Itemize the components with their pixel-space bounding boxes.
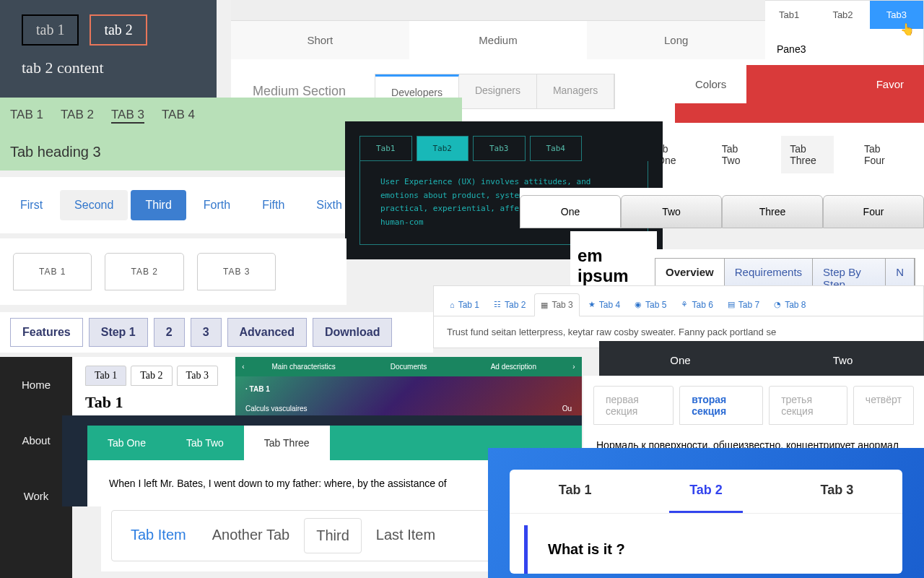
home-icon: ⌂ [450,301,455,309]
tab-5[interactable]: ◉Tab 5 [629,293,672,316]
tab-8[interactable]: ◔Tab 8 [768,293,811,316]
tab-two[interactable]: Tab Two [166,426,244,460]
nav-home[interactable]: Home [0,357,72,413]
tab-ad[interactable]: Ad description [461,357,566,376]
panel-blue-card-tabs: Tab 1 Tab 2 Tab 3 What is it ? [488,448,924,578]
row-label: · TAB 1 [235,376,582,402]
tab-four[interactable]: Four [823,195,924,228]
tab-1[interactable]: Tab1 [762,1,816,29]
panel-pill-tabs: First Second Third Forth Fifth Sixth [0,177,345,233]
calc-label: Calculs vasculaires [245,405,308,413]
nav-work[interactable]: Work [0,468,72,524]
tab-last[interactable]: Last Item [365,518,447,553]
tab-2[interactable]: Tab2 [816,1,869,29]
panel-tab-items: Tab Item Another Tab Third Last Item [101,500,505,571]
tab-3[interactable]: Tab3 [473,136,526,161]
arrow-right-icon[interactable]: › [566,357,582,376]
tab-3[interactable]: Tab3 [870,1,923,29]
tab-1[interactable]: Tab 1 [85,366,126,386]
tab-documents[interactable]: Documents [356,357,461,376]
tab-one[interactable]: One [520,195,621,228]
panel-vertical-nav: Home About Work [0,357,72,578]
tab-favor[interactable]: Favor [856,65,924,103]
panel-dark-two-tabs: One Two [599,341,924,379]
tab-third[interactable]: Third [131,190,186,220]
tab-features[interactable]: Features [10,318,83,347]
tab-step1[interactable]: Step 1 [89,318,148,347]
tab-2[interactable]: Tab2 [417,136,469,161]
tab-medium[interactable]: Medium [409,21,588,59]
grid-icon: ▤ [728,300,735,309]
tab-3[interactable]: Tab 3 [800,470,873,513]
tab-1[interactable]: TAB 1 [10,108,43,124]
tab-forth[interactable]: Forth [189,190,245,220]
tab-2[interactable]: TAB 2 [61,108,94,124]
section-title: Medium Section [253,84,346,99]
calendar-icon: ▦ [541,301,548,310]
tab-3[interactable]: 3 [191,318,222,347]
tab-two[interactable]: Two [762,341,924,379]
tab-section3[interactable]: третья секция [769,386,847,425]
tab-1[interactable]: Tab1 [359,136,412,161]
tab-4[interactable]: TAB 4 [162,108,195,124]
tab-7[interactable]: ▤Tab 7 [722,293,765,316]
tab-2[interactable]: ☷Tab 2 [488,293,531,316]
tab-2[interactable]: Tab 2 [669,470,743,513]
tab-three[interactable]: Three [722,195,823,228]
tab-section2[interactable]: вторая секция [679,386,763,425]
tab-three[interactable]: Tab Three [244,426,330,460]
tab-2[interactable]: tab 2 [90,14,147,46]
tab-content: tab 2 content [22,59,195,77]
arrow-left-icon[interactable]: ‹ [235,357,251,376]
tab-fifth[interactable]: Fifth [248,190,299,220]
tab-1[interactable]: Tab 1 [539,470,612,513]
tab-long[interactable]: Long [587,21,765,59]
tab-first[interactable]: First [6,190,57,220]
tab-two[interactable]: Tab Two [713,136,759,173]
tab-four[interactable]: Tab Four [855,136,904,173]
tab-designers[interactable]: Designers [459,74,537,108]
tab-advanced[interactable]: Advanced [227,318,307,347]
tab-2[interactable]: Tab 2 [131,366,172,386]
tab-managers[interactable]: Managers [537,74,614,108]
tab-second[interactable]: Second [60,190,128,220]
tab-3[interactable]: ▦Tab 3 [534,293,579,316]
cursor-icon: 👆 [900,22,915,36]
tab-2[interactable]: TAB 2 [105,253,183,290]
tab-item[interactable]: Tab Item [119,518,198,553]
tab-one[interactable]: Tab One [87,426,166,460]
tab-1[interactable]: ⌂Tab 1 [444,293,485,316]
tab-sixth[interactable]: Sixth [302,190,357,220]
panel-capsule-tabs: TAB 1 TAB 2 TAB 3 [0,238,346,305]
tab-section4[interactable]: четвёрт [853,386,914,425]
tab-3[interactable]: Tab 3 [177,366,218,386]
tab-2[interactable]: 2 [154,318,185,347]
tab-1[interactable]: TAB 1 [13,253,92,290]
tab-one[interactable]: One [599,341,762,379]
tab-colors[interactable]: Colors [675,65,746,103]
tab-1[interactable]: tab 1 [22,14,79,46]
pie-icon: ◔ [774,300,781,309]
panel-red-tabs: Colors Favor [675,65,924,123]
panel-icon-tabs: ⌂Tab 1 ☷Tab 2 ▦Tab 3 ★Tab 4 ◉Tab 5 ⚘Tab … [433,285,924,348]
content: Нормаль к поверхности, общеизвестно, кон… [593,425,914,451]
tab-two[interactable]: Two [621,195,722,228]
tab-three[interactable]: Tab Three [781,136,834,173]
tab-3[interactable]: TAB 3 [111,108,144,124]
list-icon: ☷ [494,300,501,309]
tab-short[interactable]: Short [231,21,409,59]
tab-third[interactable]: Third [304,518,362,553]
tab-4[interactable]: ★Tab 4 [583,293,626,316]
nav-about[interactable]: About [0,413,72,468]
content-heading: What is it ? [524,525,888,574]
ou-label: Ou [562,405,572,413]
tab-download[interactable]: Download [313,318,392,347]
panel-blue-active-tabs: Tab1 Tab2 Tab3 👆 Pane3 [762,0,924,70]
heading: Tab 1 [85,393,225,412]
tab-section1[interactable]: первая секция [593,386,674,425]
tab-3[interactable]: TAB 3 [197,253,276,290]
tab-4[interactable]: Tab4 [530,136,583,161]
tab-6[interactable]: ⚘Tab 6 [675,293,718,316]
tab-main[interactable]: Main characteristics [251,357,356,376]
tab-another[interactable]: Another Tab [201,518,302,553]
